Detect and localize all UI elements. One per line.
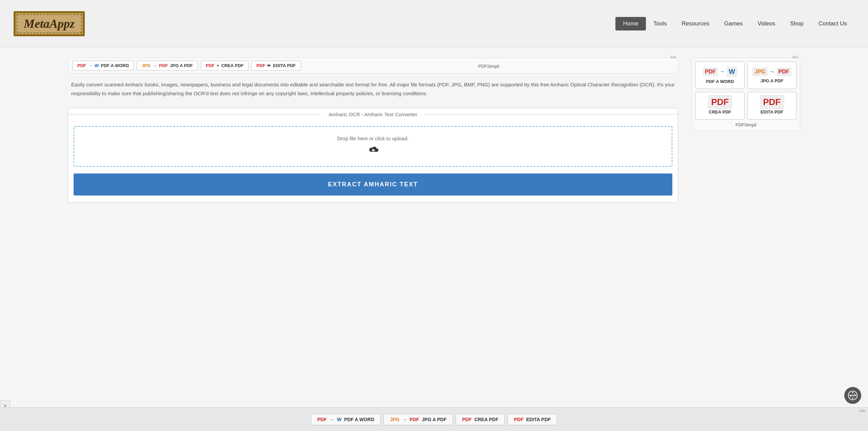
bottom-word-icon: W (337, 417, 341, 422)
sidebar-edita-label: EDITA PDF (761, 109, 783, 115)
jpg-icon: JPG (142, 63, 151, 68)
bottom-jpg-pdf-label: JPG A PDF (422, 417, 447, 422)
bottom-crea-pdf-btn[interactable]: PDF CREA PDF (456, 414, 505, 425)
logo-text: MetaAppz (24, 17, 75, 30)
bottom-pdf2-icon: PDF (410, 417, 419, 422)
bottom-ad-wrapper: PDF → W PDF A WORD JPG → PDF JPG A PDF P… (311, 414, 557, 425)
ad-edita-pdf-btn[interactable]: PDF ✏ EDITA PDF (251, 61, 301, 70)
ad-crea-label: CREA PDF (221, 63, 243, 68)
pdf2-icon: PDF (159, 63, 168, 68)
ai-assistant-icon[interactable] (844, 387, 861, 404)
sidebar-jpg-pdf-label: JPG A PDF (761, 78, 784, 83)
drop-zone[interactable]: Drop file here or click to upload. (74, 126, 672, 167)
tool-box-title-bar: Amharic OCR - Amharic Text Converter (68, 108, 678, 121)
ad-jpg-pdf-btn[interactable]: JPG → PDF JPG A PDF (137, 61, 198, 70)
sidebar-pdf-word-btn[interactable]: PDF → W PDF A WORD (695, 61, 745, 89)
sidebar-jpg-pdf-btn[interactable]: JPG → PDF JPG A PDF (747, 61, 796, 89)
ad-edita-label: EDITA PDF (273, 63, 296, 68)
ad-jpg-pdf-label: JPG A PDF (170, 63, 193, 68)
ad-sidebar-brand: PDFSimpli (695, 122, 796, 127)
bottom-arrow2-icon: → (402, 417, 407, 422)
sidebar-edita-pdf-btn[interactable]: PDF EDITA PDF (747, 92, 796, 120)
drop-zone-text: Drop file here or click to upload. (337, 136, 409, 141)
ad-top-label: Ads (670, 55, 676, 59)
ad-pdf-word-label: PDF A WORD (101, 63, 129, 68)
ad-sidebar: Ads PDF → W PDF A WORD JPG → PDF (692, 58, 800, 131)
tool-box: Amharic OCR - Amharic Text Converter Dro… (68, 108, 678, 203)
word-icon: W (95, 63, 99, 68)
extract-button[interactable]: EXTRACT AMHARIC TEXT (74, 173, 672, 196)
bottom-edita-label: EDITA PDF (526, 417, 551, 422)
bottom-crea-icon: PDF (462, 417, 472, 422)
arrow-icon: → (88, 63, 93, 68)
ad-top-brand: PDFSimpli (304, 64, 674, 69)
svg-point-3 (849, 395, 851, 396)
svg-point-2 (852, 392, 853, 393)
nav-resources[interactable]: Resources (674, 17, 716, 30)
ad-crea-pdf-btn[interactable]: PDF + CREA PDF (201, 61, 249, 70)
right-sidebar: Ads PDF → W PDF A WORD JPG → PDF (692, 58, 800, 397)
logo[interactable]: MetaAppz (14, 11, 85, 36)
bottom-edita-icon: PDF (514, 417, 524, 422)
pdf4-icon: PDF (256, 63, 265, 68)
ad-banner-top: Ads PDF → W PDF A WORD JPG → PDF JPG A P… (68, 58, 678, 74)
bottom-crea-label: CREA PDF (474, 417, 498, 422)
bottom-pdf-word-label: PDF A WORD (344, 417, 374, 422)
sidebar-crea-pdf-btn[interactable]: PDF CREA PDF (695, 92, 745, 120)
description-text: Easily convert scanned Amharic books, im… (68, 80, 678, 98)
upload-icon (367, 145, 379, 157)
main-content: Ads PDF → W PDF A WORD JPG → PDF JPG A P… (0, 47, 868, 407)
pen-icon: ✏ (267, 63, 271, 68)
header: MetaAppz Home Tools Resources Games Vide… (0, 0, 868, 47)
nav-home[interactable]: Home (615, 17, 646, 30)
bottom-ad-label: Ads (860, 409, 865, 413)
arrow2-icon: → (153, 63, 157, 68)
plus-icon: + (217, 63, 219, 68)
nav-contact[interactable]: Contact Us (811, 17, 854, 30)
sidebar-pdf-word-label: PDF A WORD (706, 79, 734, 84)
logo-container: MetaAppz (14, 11, 85, 36)
svg-point-5 (852, 397, 853, 399)
nav-tools[interactable]: Tools (646, 17, 674, 30)
sidebar-jpg-pdf-icon: JPG → PDF (752, 67, 791, 76)
sidebar-crea-icon: PDF (708, 97, 732, 107)
ad-sidebar-grid: PDF → W PDF A WORD JPG → PDF JPG A PDF (695, 61, 796, 120)
bottom-jpg-icon: JPG (390, 417, 399, 422)
sidebar-edita-icon: PDF (760, 97, 784, 107)
bottom-arrow1-icon: → (330, 417, 334, 422)
nav-videos[interactable]: Videos (750, 17, 783, 30)
svg-point-4 (855, 395, 856, 396)
nav-games[interactable]: Games (717, 17, 750, 30)
ad-pdf-word-btn[interactable]: PDF → W PDF A WORD (72, 61, 134, 70)
main-nav: Home Tools Resources Games Videos Shop C… (615, 17, 854, 30)
pdf-icon: PDF (77, 63, 86, 68)
tool-box-title: Amharic OCR - Amharic Text Converter (322, 108, 424, 121)
sidebar-pdf-word-icon: PDF → W (703, 66, 737, 77)
bottom-ad-bar: Ads PDF → W PDF A WORD JPG → PDF JPG A P… (0, 407, 868, 431)
left-column: Ads PDF → W PDF A WORD JPG → PDF JPG A P… (68, 58, 678, 397)
ad-sidebar-label: Ads (792, 55, 798, 59)
bottom-jpg-pdf-btn[interactable]: JPG → PDF JPG A PDF (383, 414, 453, 425)
bottom-pdf-word-btn[interactable]: PDF → W PDF A WORD (311, 414, 381, 425)
pdf3-icon: PDF (206, 63, 215, 68)
bottom-edita-pdf-btn[interactable]: PDF EDITA PDF (508, 414, 557, 425)
bottom-pdf-icon: PDF (317, 417, 327, 422)
sidebar-crea-label: CREA PDF (709, 109, 731, 115)
nav-shop[interactable]: Shop (783, 17, 811, 30)
